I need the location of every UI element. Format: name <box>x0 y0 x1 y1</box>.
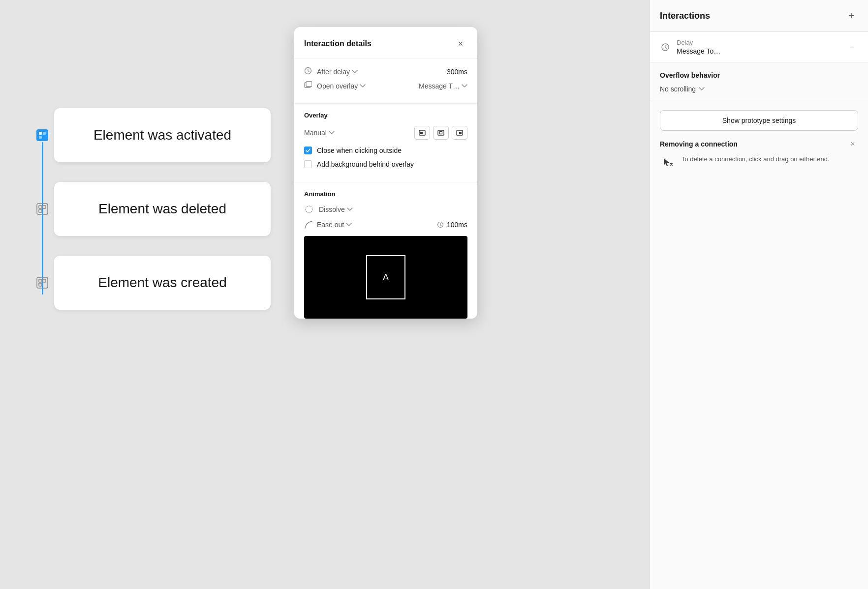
trigger-left: After delay <box>304 67 358 76</box>
frame-card-2[interactable]: Element was deleted <box>54 182 271 236</box>
chevron-down-icon-3 <box>462 83 467 89</box>
modal-header: Interaction details × <box>294 27 477 59</box>
animation-duration: 100ms <box>437 221 467 229</box>
frame-icon-2 <box>35 202 49 216</box>
close-outside-checkbox-row: Close when clicking outside <box>304 147 467 154</box>
overlay-target-dropdown[interactable]: Message T… <box>419 82 467 90</box>
animation-section-title: Animation <box>304 190 467 198</box>
dissolve-row: Dissolve <box>304 205 467 214</box>
chevron-down-icon-5 <box>347 206 353 212</box>
action-left: Open overlay <box>304 81 366 90</box>
add-background-label: Add background behind overlay <box>317 160 414 168</box>
align-center-button[interactable] <box>433 126 449 140</box>
overflow-section: Overflow behavior No scrolling <box>650 62 868 102</box>
svg-rect-11 <box>39 283 42 286</box>
removing-close-button[interactable]: × <box>847 139 858 149</box>
svg-rect-8 <box>37 277 48 288</box>
svg-rect-7 <box>39 209 42 212</box>
frame-card-3[interactable]: Element was created <box>54 256 271 310</box>
card-label-2: Element was deleted <box>98 201 226 217</box>
close-outside-label: Close when clicking outside <box>317 147 402 154</box>
after-delay-dropdown[interactable]: After delay <box>317 68 358 76</box>
dissolve-label: Dissolve <box>319 206 345 213</box>
svg-point-21 <box>306 206 312 213</box>
proto-settings-button[interactable]: Show prototype settings <box>660 110 858 131</box>
chevron-down-icon-6 <box>346 222 352 228</box>
frame-icon-1 <box>35 128 49 142</box>
overlay-section-title: Overlay <box>304 112 467 119</box>
delay-value: 300ms <box>447 68 467 76</box>
connector-line <box>42 142 43 294</box>
interaction-trigger-label: Delay <box>677 39 720 46</box>
duration-value: 100ms <box>447 221 467 229</box>
dissolve-dropdown[interactable]: Dissolve <box>319 206 353 213</box>
modal-close-button[interactable]: × <box>454 37 467 51</box>
add-background-checkbox-row: Add background behind overlay <box>304 160 467 168</box>
interaction-remove-button[interactable]: − <box>846 41 858 53</box>
panel-title: Interactions <box>660 11 710 21</box>
overflow-section-title: Overflow behavior <box>660 71 858 79</box>
chevron-down-icon-4 <box>329 130 335 136</box>
svg-rect-18 <box>440 132 442 134</box>
add-interaction-button[interactable]: + <box>844 9 858 23</box>
removing-header: Removing a connection × <box>660 139 858 149</box>
interaction-item[interactable]: Delay Message To… − <box>650 32 868 62</box>
svg-rect-17 <box>438 130 444 135</box>
removing-title: Removing a connection <box>660 140 738 148</box>
removing-body: To delete a connection, click and drag o… <box>660 154 858 170</box>
card-label-3: Element was created <box>98 275 226 291</box>
interaction-labels: Delay Message To… <box>677 39 720 55</box>
overlay-align-buttons <box>414 126 467 140</box>
ease-out-dropdown[interactable]: Ease out <box>317 221 352 229</box>
svg-rect-16 <box>420 132 423 134</box>
timer-icon <box>437 221 444 228</box>
preview-label: A <box>383 272 389 283</box>
chevron-down-icon-7 <box>699 86 705 92</box>
overflow-dropdown[interactable]: No scrolling <box>660 85 858 93</box>
interaction-action-label: Message To… <box>677 47 720 55</box>
svg-rect-9 <box>39 279 42 282</box>
align-left-button[interactable] <box>414 126 430 140</box>
frame-icon-3 <box>35 276 49 290</box>
ease-curve-icon <box>304 220 313 229</box>
removing-connection-section: Removing a connection × To delete a conn… <box>660 139 858 170</box>
svg-rect-2 <box>43 132 46 135</box>
frame-card-1[interactable]: Element was activated <box>54 108 271 162</box>
align-right-button[interactable] <box>452 126 467 140</box>
cursor-delete-icon <box>660 154 676 170</box>
svg-rect-0 <box>36 129 48 141</box>
open-overlay-row: Open overlay Message T… <box>304 81 467 90</box>
card-label-1: Element was activated <box>93 127 231 143</box>
trigger-action-section: After delay 300ms Open overlay <box>294 59 477 104</box>
interaction-details-modal: Interaction details × After delay <box>294 27 477 319</box>
after-delay-label: After delay <box>317 68 350 76</box>
right-panel: Interactions + Delay Message To… − Overf… <box>650 0 868 589</box>
overlay-icon <box>304 81 312 90</box>
animation-section: Animation Dissolve Ea <box>294 182 477 319</box>
interaction-delay-icon <box>660 42 671 53</box>
removing-description: To delete a connection, click and drag o… <box>682 154 830 164</box>
add-background-checkbox[interactable] <box>304 160 312 168</box>
overlay-section: Overlay Manual <box>294 104 477 182</box>
position-label: Manual <box>304 129 327 137</box>
panel-header: Interactions + <box>650 0 868 32</box>
open-overlay-dropdown[interactable]: Open overlay <box>317 82 366 90</box>
after-delay-row: After delay 300ms <box>304 67 467 76</box>
svg-rect-6 <box>43 206 46 208</box>
close-outside-checkbox[interactable] <box>304 147 312 154</box>
clock-icon <box>304 67 312 76</box>
svg-rect-10 <box>43 279 46 282</box>
svg-rect-1 <box>39 132 42 135</box>
overflow-value: No scrolling <box>660 85 696 93</box>
preview-box: A <box>366 255 405 299</box>
dissolve-icon <box>304 205 314 214</box>
overlay-position-row: Manual <box>304 126 467 140</box>
manual-position-dropdown[interactable]: Manual <box>304 129 335 137</box>
modal-title: Interaction details <box>304 39 372 48</box>
svg-rect-5 <box>39 206 42 208</box>
interaction-left: Delay Message To… <box>660 39 720 55</box>
svg-rect-14 <box>306 82 312 87</box>
svg-rect-20 <box>459 132 462 134</box>
svg-rect-3 <box>39 136 42 139</box>
open-overlay-label: Open overlay <box>317 82 358 90</box>
